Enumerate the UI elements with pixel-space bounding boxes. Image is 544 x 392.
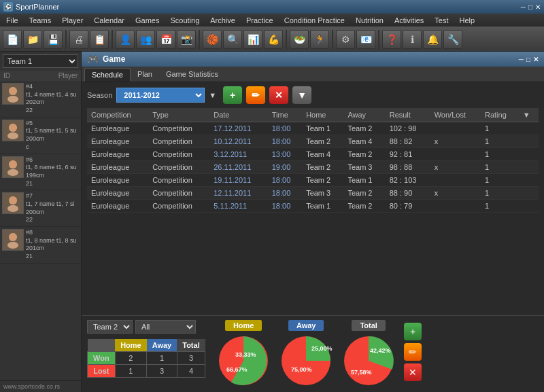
edit-game-button[interactable]: ✏ xyxy=(246,86,265,104)
menu-nutrition[interactable]: Nutrition xyxy=(353,15,386,26)
table-row[interactable]: Euroleague Competition 19.11.2011 18:00 … xyxy=(87,174,539,187)
cell-wonlost xyxy=(430,200,481,213)
tb-preview[interactable]: 📋 xyxy=(90,30,109,49)
tab-plan[interactable]: Plan xyxy=(131,68,159,82)
tb-scouting[interactable]: 🔍 xyxy=(223,30,242,49)
season-selector[interactable]: 2011-2012 2010-2011 xyxy=(116,88,205,103)
svg-point-4 xyxy=(7,132,18,139)
stats-edit-button[interactable]: ✏ xyxy=(404,343,422,361)
tab-game-statistics[interactable]: Game Statistics xyxy=(159,68,225,82)
add-game-button[interactable]: + xyxy=(223,86,242,104)
menu-teams[interactable]: Teams xyxy=(27,15,54,26)
cell-rating: 1 xyxy=(481,174,519,187)
col-filter-icon[interactable]: ▼ xyxy=(519,108,539,122)
tb-save[interactable]: 💾 xyxy=(44,30,63,49)
cell-result: 92 : 81 xyxy=(386,148,430,161)
delete-game-button[interactable]: ✕ xyxy=(269,86,288,104)
cell-competition: Euroleague xyxy=(87,148,148,161)
menu-calendar[interactable]: Calendar xyxy=(91,15,127,26)
player-avatar xyxy=(2,156,24,178)
home-pie-container: Home 33,33% 66,67% xyxy=(216,320,271,388)
player-item[interactable]: #7 t1, 7 name t1, 7 si 200cm 22 xyxy=(0,190,81,227)
col-type: Type xyxy=(148,108,209,122)
menu-help[interactable]: Help xyxy=(457,15,478,26)
tb-info[interactable]: ℹ xyxy=(403,30,422,49)
menu-condition[interactable]: Condition Practice xyxy=(282,15,347,26)
tb-print[interactable]: 🖨 xyxy=(69,30,88,49)
game-win-max[interactable]: □ xyxy=(526,56,530,63)
tb-tools[interactable]: 🔧 xyxy=(443,30,462,49)
tb-open[interactable]: 📁 xyxy=(23,30,42,49)
cell-extra xyxy=(519,200,539,213)
cell-rating: 1 xyxy=(481,187,519,200)
game-table-area[interactable]: Competition Type Date Time Home Away Res… xyxy=(82,108,544,315)
player-info: #6 t1, 6 name t1, 6 su 199cm 21 xyxy=(26,156,77,188)
cell-type: Competition xyxy=(148,135,209,148)
away-pie-container: Away 25,00% 75,00% xyxy=(279,320,333,388)
player-item[interactable]: #4 t1, 4 name t1, 4 su 202cm 22 xyxy=(0,81,81,118)
player-item[interactable]: #6 t1, 6 name t1, 6 su 199cm 21 xyxy=(0,154,81,191)
player-id: #5 xyxy=(26,120,77,128)
player-height: 199cm xyxy=(26,172,77,180)
table-row[interactable]: Euroleague Competition 3.12.2011 13:00 T… xyxy=(87,148,539,161)
win-maximize[interactable]: □ xyxy=(528,3,532,11)
tb-player[interactable]: 👤 xyxy=(116,30,135,49)
menu-games[interactable]: Games xyxy=(133,15,162,26)
player-item[interactable]: #5 t1, 5 name t1, 5 su 200cm c xyxy=(0,118,81,154)
svg-point-7 xyxy=(7,169,18,176)
cell-result: 88 : 90 xyxy=(386,187,430,200)
type-filter-select[interactable]: All Competition xyxy=(135,320,196,334)
menu-scouting[interactable]: Scouting xyxy=(167,15,202,26)
stats-row: Lost 1 3 4 xyxy=(88,365,205,378)
tb-settings[interactable]: ⚙ xyxy=(336,30,355,49)
win-minimize[interactable]: ─ xyxy=(521,3,526,11)
menu-archive[interactable]: Archive xyxy=(207,15,238,26)
stats-table: Home Away Total Won 2 1 3 Lost 1 3 4 xyxy=(87,339,205,378)
filter-button[interactable]: ▼ xyxy=(292,86,311,104)
menu-file[interactable]: File xyxy=(3,15,21,26)
menu-test[interactable]: Test xyxy=(432,15,451,26)
cell-rating: 1 xyxy=(481,135,519,148)
team-filter-select[interactable]: Team 2 Team 1 xyxy=(87,320,133,334)
game-win-close[interactable]: ✕ xyxy=(533,56,539,63)
game-win-min[interactable]: ─ xyxy=(519,56,524,63)
tab-schedule[interactable]: Schedule xyxy=(84,68,131,82)
home-pie-label: Home xyxy=(225,320,262,331)
tb-activities[interactable]: 🏃 xyxy=(310,30,329,49)
tb-condition[interactable]: 💪 xyxy=(264,30,283,49)
cell-result: 98 : 88 xyxy=(386,161,430,174)
toolbar: 📄 📁 💾 🖨 📋 👤 👥 📅 📸 🏀 🔍 📊 💪 🥗 🏃 ⚙ 📧 ❓ ℹ 🔔 … xyxy=(0,27,544,52)
tb-email[interactable]: 📧 xyxy=(356,30,375,49)
table-row[interactable]: Euroleague Competition 17.12.2011 18:00 … xyxy=(87,122,539,135)
table-row[interactable]: Euroleague Competition 10.12.2011 18:00 … xyxy=(87,135,539,148)
cell-time: 19:00 xyxy=(268,161,302,174)
stats-away-cell: 1 xyxy=(147,352,177,365)
player-avatar xyxy=(2,120,24,141)
stats-add-button[interactable]: + xyxy=(404,323,422,340)
menu-practice[interactable]: Practice xyxy=(243,15,276,26)
player-item[interactable]: #8 t1, 8 name t1, 8 su 201cm 21 xyxy=(0,227,81,264)
menu-activities[interactable]: Activities xyxy=(392,15,426,26)
cell-extra xyxy=(519,174,539,187)
tb-team[interactable]: 👥 xyxy=(136,30,155,49)
tb-nutrition[interactable]: 🥗 xyxy=(290,30,309,49)
cell-competition: Euroleague xyxy=(87,122,148,135)
tb-photo[interactable]: 📸 xyxy=(177,30,196,49)
tb-game[interactable]: 🏀 xyxy=(203,30,222,49)
tb-stats[interactable]: 📊 xyxy=(243,30,262,49)
tb-update[interactable]: 🔔 xyxy=(423,30,442,49)
team-selector[interactable]: Team 1 Team 2 Team 3 xyxy=(3,54,78,68)
table-row[interactable]: Euroleague Competition 5.11.2011 18:00 T… xyxy=(87,200,539,213)
stats-home-cell: 1 xyxy=(115,365,147,378)
table-row[interactable]: Euroleague Competition 26.11.2011 19:00 … xyxy=(87,161,539,174)
stats-delete-button[interactable]: ✕ xyxy=(404,363,422,381)
tb-help[interactable]: ❓ xyxy=(382,30,401,49)
menu-player[interactable]: Player xyxy=(59,15,86,26)
player-name: t1, 8 name t1, 8 su xyxy=(26,237,77,245)
table-row[interactable]: Euroleague Competition 12.11.2011 18:00 … xyxy=(87,187,539,200)
win-close[interactable]: ✕ xyxy=(535,3,541,11)
tb-calendar[interactable]: 📅 xyxy=(156,30,175,49)
tb-new[interactable]: 📄 xyxy=(3,30,22,49)
col-home: Home xyxy=(302,108,343,122)
cell-result: 80 : 79 xyxy=(386,200,430,213)
